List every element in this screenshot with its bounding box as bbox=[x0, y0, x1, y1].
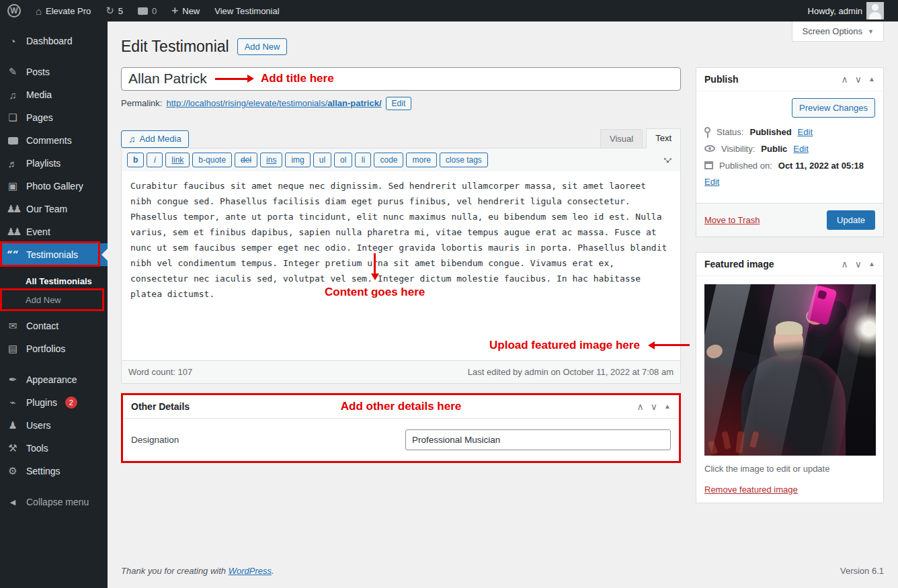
our-team-icon: ♟♟ bbox=[6, 203, 19, 215]
quicktag-more-button[interactable]: more bbox=[406, 153, 436, 167]
tab-visual[interactable]: Visual bbox=[600, 129, 643, 148]
testimonials-submenu: All Testimonials Add New bbox=[0, 266, 108, 314]
sidebar-item-add-new[interactable]: Add New bbox=[0, 290, 108, 309]
sidebar-item-all-testimonials[interactable]: All Testimonials bbox=[0, 271, 108, 290]
sidebar-item-dashboard[interactable]: ◔ Dashboard bbox=[0, 30, 108, 52]
quicktag-bold-button[interactable]: b bbox=[127, 153, 144, 167]
permalink-edit-button[interactable]: Edit bbox=[386, 97, 412, 110]
update-button[interactable]: Update bbox=[827, 210, 875, 230]
other-details-metabox: Other Details Add other details here ∧ ∨… bbox=[121, 393, 681, 463]
wordpress-logo-icon: W bbox=[7, 4, 21, 17]
add-media-button[interactable]: ♫ Add Media bbox=[121, 130, 189, 148]
sidebar-item-contact[interactable]: ✉ Contact bbox=[0, 314, 108, 337]
add-new-button[interactable]: Add New bbox=[237, 38, 288, 55]
publish-metabox: Publish ∧ ∨ ▲ Preview Changes bbox=[696, 67, 884, 237]
screen-options-tab[interactable]: Screen Options ▼ bbox=[792, 22, 884, 42]
toggle-panel-icon[interactable]: ▲ bbox=[664, 403, 671, 410]
annotation-arrow-left-icon bbox=[648, 341, 655, 349]
published-label: Published on: bbox=[719, 161, 772, 171]
sidebar-item-appearance[interactable]: ✒ Appearance bbox=[0, 368, 108, 391]
sidebar-item-label: Users bbox=[26, 420, 51, 431]
wordpress-link[interactable]: WordPress bbox=[229, 566, 272, 576]
wp-logo-menu[interactable]: W bbox=[0, 0, 28, 22]
quicktag-ins-button[interactable]: ins bbox=[260, 153, 282, 167]
sidebar-item-media[interactable]: ♫ Media bbox=[0, 83, 108, 106]
collapse-menu-icon: ◀ bbox=[6, 498, 19, 507]
submenu-item-label: Add New bbox=[26, 295, 61, 305]
edit-visibility-link[interactable]: Edit bbox=[793, 144, 808, 154]
quicktag-img-button[interactable]: img bbox=[285, 153, 310, 167]
annotation-arrow-down-icon bbox=[371, 274, 379, 280]
page-title: Edit Testimonial bbox=[121, 38, 229, 56]
move-to-trash-link[interactable]: Move to Trash bbox=[704, 215, 760, 225]
footer-thanks: Thank you for creating with WordPress. bbox=[121, 566, 274, 576]
pages-icon: ❏ bbox=[6, 112, 19, 124]
edit-published-link[interactable]: Edit bbox=[704, 177, 719, 187]
move-down-icon[interactable]: ∨ bbox=[651, 402, 657, 411]
post-title-input[interactable] bbox=[121, 67, 681, 91]
sidebar-item-settings[interactable]: ⚙ Settings bbox=[0, 460, 108, 482]
sidebar-item-portfolios[interactable]: ▤ Portfolios bbox=[0, 337, 108, 360]
quicktag-li-button[interactable]: li bbox=[355, 153, 371, 167]
contact-icon: ✉ bbox=[6, 320, 19, 332]
add-media-icon: ♫ bbox=[128, 134, 136, 144]
move-up-icon[interactable]: ∧ bbox=[842, 259, 848, 269]
move-up-icon[interactable]: ∧ bbox=[637, 402, 644, 411]
site-name-menu[interactable]: ⌂ Elevate Pro bbox=[28, 0, 98, 22]
my-account-menu[interactable]: Howdy, admin bbox=[801, 0, 891, 22]
preview-changes-button[interactable]: Preview Changes bbox=[792, 98, 875, 118]
move-up-icon[interactable]: ∧ bbox=[842, 75, 848, 84]
tab-text[interactable]: Text bbox=[646, 128, 681, 149]
sidebar-item-label: Collapse menu bbox=[26, 497, 89, 507]
sidebar-item-collapse-menu[interactable]: ◀ Collapse menu bbox=[0, 491, 108, 513]
toggle-panel-icon[interactable]: ▲ bbox=[868, 261, 875, 267]
new-content-menu[interactable]: + New bbox=[164, 0, 207, 22]
featured-image-metabox: Featured image ∧ ∨ ▲ bbox=[696, 252, 884, 503]
move-down-icon[interactable]: ∨ bbox=[855, 75, 862, 84]
sidebar-item-label: Posts bbox=[26, 67, 50, 77]
media-icon: ♫ bbox=[6, 89, 19, 101]
edit-status-link[interactable]: Edit bbox=[798, 127, 813, 137]
visibility-eye-icon bbox=[704, 145, 715, 152]
quicktag-ul-button[interactable]: ul bbox=[313, 153, 331, 167]
sidebar-item-comments[interactable]: Comments bbox=[0, 129, 108, 152]
remove-featured-image-link[interactable]: Remove featured image bbox=[704, 485, 798, 495]
sidebar-item-users[interactable]: ♟ Users bbox=[0, 414, 108, 437]
word-count: Word count: 107 bbox=[128, 367, 192, 377]
quicktag-closetags-button[interactable]: close tags bbox=[440, 153, 488, 167]
designation-input[interactable] bbox=[405, 429, 671, 450]
fullscreen-icon[interactable]: ↔↔ bbox=[661, 153, 675, 167]
appearance-icon: ✒ bbox=[6, 374, 19, 386]
sidebar-item-our-team[interactable]: ♟♟ Our Team bbox=[0, 198, 108, 220]
quicktag-code-button[interactable]: code bbox=[374, 153, 403, 167]
quicktag-bquote-button[interactable]: b-quote bbox=[192, 153, 232, 167]
move-down-icon[interactable]: ∨ bbox=[855, 259, 862, 269]
sidebar-item-posts[interactable]: ✎ Posts bbox=[0, 60, 108, 83]
annotation-arrow-right-icon bbox=[247, 75, 254, 83]
view-testimonial-menu[interactable]: View Testimonial bbox=[207, 0, 286, 22]
comments-menu[interactable]: 0 bbox=[130, 0, 164, 22]
toggle-panel-icon[interactable]: ▲ bbox=[868, 76, 875, 83]
sidebar-item-label: Media bbox=[26, 89, 52, 100]
sidebar-item-plugins[interactable]: ⌁ Plugins 2 bbox=[0, 391, 108, 414]
sidebar-item-testimonials[interactable]: ““ Testimonials bbox=[0, 243, 108, 266]
quicktag-italic-button[interactable]: i bbox=[147, 153, 163, 167]
quicktag-link-button[interactable]: link bbox=[165, 153, 190, 167]
sidebar-item-label: Playlists bbox=[26, 158, 60, 169]
annotation-other-details-text: Add other details here bbox=[341, 400, 461, 413]
updates-menu[interactable]: ↻ 5 bbox=[98, 0, 130, 22]
sidebar-item-pages[interactable]: ❏ Pages bbox=[0, 106, 108, 129]
photo-gallery-icon: ▣ bbox=[6, 180, 19, 192]
other-details-title: Other Details bbox=[131, 401, 190, 412]
quicktag-del-button[interactable]: del bbox=[235, 153, 257, 167]
featured-image-thumbnail[interactable] bbox=[704, 284, 876, 456]
permalink-link[interactable]: http://localhost/rising/elevate/testimon… bbox=[166, 98, 381, 108]
sidebar-item-event[interactable]: ♟♟ Event bbox=[0, 220, 108, 243]
event-icon: ♟♟ bbox=[6, 226, 19, 238]
sidebar-item-photo-gallery[interactable]: ▣ Photo Gallery bbox=[0, 175, 108, 198]
sidebar-item-tools[interactable]: ⚒ Tools bbox=[0, 437, 108, 460]
sidebar-item-playlists[interactable]: ♬ Playlists bbox=[0, 152, 108, 175]
sidebar-item-label: Tools bbox=[26, 443, 48, 454]
quicktag-ol-button[interactable]: ol bbox=[334, 153, 352, 167]
site-name-label: Elevate Pro bbox=[46, 6, 91, 16]
